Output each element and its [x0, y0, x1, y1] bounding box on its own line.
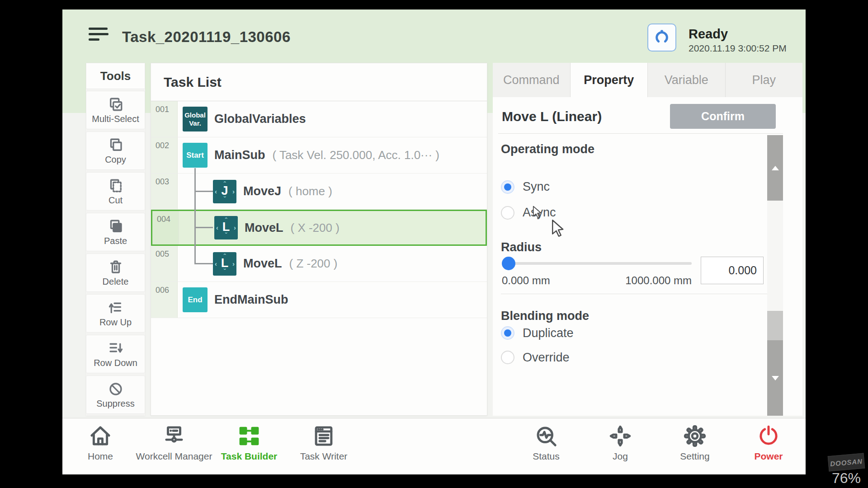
nav-workcell-manager[interactable]: Workcell Manager [131, 424, 217, 462]
jog-icon [608, 424, 632, 448]
home-icon [88, 424, 113, 448]
row-body: GlobalVar.GlobalVariables [178, 101, 487, 137]
radio-selected-icon [501, 180, 514, 194]
row-body: Lˆˇ‹›MoveL( X -200 ) [179, 211, 486, 244]
operating-mode-label: Operating mode [501, 142, 594, 156]
tree-line-connector [194, 191, 213, 192]
tool-label: Cut [108, 195, 123, 206]
radio-option-async[interactable]: Async [501, 200, 682, 225]
task-title: Task_20201119_130606 [122, 28, 291, 46]
row-body: EndEndMainSub [178, 282, 487, 318]
task-rows: 001GlobalVar.GlobalVariables002StartMain… [151, 101, 487, 318]
radius-min-label: 0.000 mm [502, 274, 550, 287]
nav-status[interactable]: Status [503, 424, 589, 462]
row-number: 005 [151, 246, 178, 282]
row-number: 002 [151, 137, 178, 173]
nav-task-writer[interactable]: Task Writer [281, 424, 367, 462]
robot-state: Ready [689, 27, 728, 42]
workcell-icon [162, 424, 186, 448]
row-body: StartMainSub( Task Vel. 250.000, Acc. 1.… [178, 137, 487, 173]
app-window: Task_20201119_130606 Ready 2020.11.19 3:… [62, 9, 806, 474]
tool-paste[interactable]: Paste [86, 213, 145, 251]
menu-button[interactable] [89, 28, 109, 44]
setting-icon [683, 424, 707, 448]
tools-panel: Tools Multi-SelectCopyCutPasteDeleteRow … [86, 63, 145, 416]
zoom-percent: 76% [832, 470, 861, 487]
tab-property[interactable]: Property [571, 63, 648, 97]
scroll-down-button[interactable] [767, 340, 783, 416]
tree-line-connector [194, 227, 213, 228]
row-params: ( X -200 ) [291, 221, 340, 235]
mouse-cursor [533, 206, 544, 220]
cut-icon [108, 178, 124, 194]
tab-play[interactable]: Play [726, 63, 803, 97]
radio-unselected-icon [501, 351, 514, 364]
multi-select-icon [108, 96, 124, 113]
nav-setting[interactable]: Setting [652, 424, 738, 462]
tool-copy[interactable]: Copy [86, 131, 145, 170]
radius-input[interactable]: 0.000 [701, 257, 764, 284]
move-l-command-icon: Lˆˇ‹› [214, 216, 238, 239]
radio-option-override[interactable]: Override [501, 345, 682, 370]
radio-label: Sync [523, 180, 550, 194]
nav-label: Setting [652, 451, 738, 462]
radius-label: Radius [501, 240, 542, 254]
row-name: MoveL [245, 221, 283, 235]
tool-multi-select[interactable]: Multi-Select [86, 91, 145, 129]
status-icon [534, 424, 558, 448]
tools-list: Multi-SelectCopyCutPasteDeleteRow UpRow … [86, 91, 145, 414]
nav-power[interactable]: Power [726, 424, 806, 462]
scroll-up-button[interactable] [767, 135, 783, 201]
row-number: 001 [151, 101, 178, 137]
radio-label: Override [523, 351, 570, 365]
radio-label: Duplicate [523, 326, 574, 340]
radio-option-sync[interactable]: Sync [501, 174, 682, 200]
tool-suppress[interactable]: Suppress [86, 375, 145, 414]
tool-cut[interactable]: Cut [86, 172, 145, 211]
radius-slider-track[interactable] [503, 262, 692, 265]
property-panel: CommandPropertyVariablePlay Move L (Line… [493, 63, 802, 416]
status-timestamp: 2020.11.19 3:00:52 PM [689, 43, 787, 54]
operating-mode-options: SyncAsync [501, 174, 682, 225]
radio-selected-icon [501, 326, 514, 340]
tool-delete[interactable]: Delete [86, 253, 145, 292]
row-params: ( Task Vel. 250.000, Acc. 1.0··· ) [273, 148, 439, 162]
row-params: ( Z -200 ) [289, 257, 338, 271]
command-badge: Start [183, 143, 208, 168]
blending-mode-options: DuplicateOverride [501, 321, 682, 370]
row-name: EndMainSub [214, 293, 288, 307]
task-row-006[interactable]: 006EndEndMainSub [151, 282, 487, 318]
triangle-down-icon [772, 376, 779, 380]
cursor-icon [533, 206, 544, 220]
robot-status-button[interactable] [647, 23, 676, 52]
nav-label: Power [726, 451, 806, 462]
suppress-icon [108, 381, 124, 397]
radio-option-duplicate[interactable]: Duplicate [501, 321, 682, 345]
row-body: Jˆˇ‹›MoveJ( home ) [178, 174, 487, 209]
task-row-001[interactable]: 001GlobalVar.GlobalVariables [151, 101, 487, 137]
tool-label: Suppress [96, 399, 135, 409]
scrollbar[interactable] [767, 135, 783, 416]
tab-bar: CommandPropertyVariablePlay [493, 63, 802, 97]
row-number: 006 [151, 282, 178, 318]
scroll-thumb[interactable] [767, 311, 783, 340]
tab-command[interactable]: Command [493, 63, 571, 97]
task-list-panel: Task List 001GlobalVar.GlobalVariables00… [151, 63, 487, 416]
tree-line-connector [194, 263, 213, 264]
command-badge: End [183, 287, 208, 312]
nav-jog[interactable]: Jog [577, 424, 663, 462]
confirm-button[interactable]: Confirm [670, 104, 776, 129]
command-heading: Move L (Linear) [502, 104, 602, 129]
triangle-up-icon [772, 166, 779, 170]
radio-unselected-icon [501, 206, 514, 220]
radius-slider-thumb[interactable] [502, 257, 515, 270]
bottom-nav: HomeWorkcell ManagerTask BuilderTask Wri… [62, 418, 806, 474]
task-row-002[interactable]: 002StartMainSub( Task Vel. 250.000, Acc.… [151, 137, 487, 174]
nav-task-builder[interactable]: Task Builder [206, 424, 292, 462]
row-name: MoveL [243, 257, 282, 271]
tool-row-up[interactable]: Row Up [86, 294, 145, 333]
tool-row-down[interactable]: Row Down [86, 335, 145, 373]
delete-icon [108, 259, 124, 275]
tab-variable[interactable]: Variable [648, 63, 726, 97]
nav-label: Task Builder [206, 451, 292, 462]
